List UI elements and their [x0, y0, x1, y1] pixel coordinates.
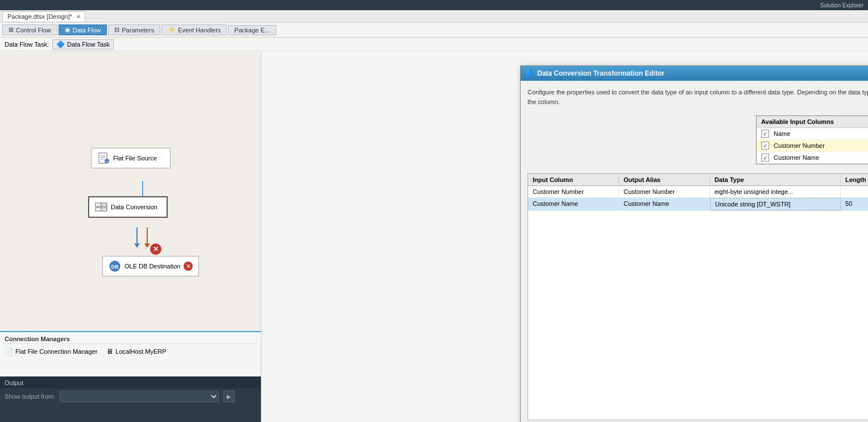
ole-db-icon: DB [109, 260, 121, 272]
column-customer-number-label: Customer Number [774, 142, 825, 149]
nav-tabs-row: ⊞ Control Flow ◉ Data Flow ⊟ Parameters … [0, 23, 868, 38]
localhost-conn-icon: 🖥 [106, 347, 113, 355]
dialog-title: Data Conversion Transformation Editor [537, 69, 665, 77]
output-title: Output [0, 377, 261, 388]
top-solution-bar: Solution Explorer [0, 0, 868, 10]
dialog-description: Configure the properties used to convert… [528, 88, 868, 106]
solution-explorer-label: Solution Explorer [820, 2, 863, 9]
name-checkbox[interactable]: ✓ [761, 130, 769, 138]
localhost-conn-label: LocalHost.MyERP [115, 348, 166, 355]
show-output-label: Show output from: [5, 393, 55, 400]
task-value: Data Flow Task [67, 41, 110, 48]
error-icon: ✕ [150, 243, 161, 255]
grid-row-customer-name[interactable]: Customer Name Customer Name Unicode stri… [528, 198, 868, 211]
customer-name-checkbox[interactable]: ✓ [761, 154, 769, 162]
tab-control-flow[interactable]: ⊞ Control Flow [2, 24, 57, 35]
left-panel: → Flat File Source a [0, 51, 261, 422]
data-conversion-node[interactable]: ab 12 Data Conversion [88, 196, 168, 218]
column-name-label: Name [774, 130, 790, 137]
arrow-line-1 [142, 181, 143, 197]
tab-event-handlers[interactable]: ⚡ Event Handlers [161, 24, 227, 35]
cell-datatype-2[interactable]: Unicode string [DT_WSTR] [710, 198, 841, 210]
dialog-title-area: 🔷 Data Conversion Transformation Editor [525, 69, 665, 77]
cell-input-1: Customer Number [528, 186, 619, 197]
tab-data-flow[interactable]: ◉ Data Flow [59, 24, 107, 35]
grid-table: Input Column Output Alias Data Type Leng… [528, 173, 868, 420]
col-header-datatype: Data Type [710, 174, 841, 185]
tab-control-flow-label: Control Flow [16, 27, 51, 34]
tab-package-explorer-label: Package E... [234, 27, 269, 34]
connection-managers-title: Connection Managers [2, 334, 259, 344]
localhost-conn-item[interactable]: 🖥 LocalHost.MyERP [106, 347, 166, 355]
main-tab-close[interactable]: × [77, 13, 80, 20]
cell-output-1[interactable]: Customer Number [619, 186, 710, 197]
flat-file-source-label: Flat File Source [113, 155, 157, 162]
flat-file-conn-item[interactable]: 📄 Flat File Connection Manager [5, 347, 97, 355]
tab-data-flow-label: Data Flow [73, 27, 101, 34]
flat-file-conn-label: Flat File Connection Manager [15, 348, 97, 355]
cell-length-1[interactable] [841, 186, 868, 197]
customer-number-checkbox[interactable]: ✓ [761, 142, 769, 150]
column-customer-name-row: ✓ Customer Name [757, 152, 868, 164]
col-header-output: Output Alias [619, 174, 710, 185]
cell-output-2[interactable]: Customer Name [619, 198, 710, 210]
dialog-icon: 🔷 [525, 69, 534, 77]
col-header-input: Input Column [528, 174, 619, 185]
output-row: Show output from: ▶ [0, 388, 261, 404]
connection-managers-panel: Connection Managers 📄 Flat File Connecti… [0, 331, 261, 377]
available-columns-box: Available Input Columns ✓ Name ✓ Custome… [756, 115, 868, 164]
double-arrows [134, 227, 150, 248]
tab-parameters[interactable]: ⊟ Parameters [108, 24, 160, 35]
tab-bar: Package.dtsx [Design]* × [0, 10, 868, 23]
ole-db-destination-node[interactable]: DB OLE DB Destination ✕ [102, 256, 199, 276]
svg-text:→: → [105, 159, 109, 164]
orange-arrow-head [144, 243, 150, 248]
flat-file-source-icon: → [97, 152, 110, 164]
cell-input-2: Customer Name [528, 198, 619, 210]
cell-length-2[interactable]: 50 [841, 198, 868, 210]
grid-header: Input Column Output Alias Data Type Leng… [528, 174, 868, 186]
available-columns-section: Available Input Columns ✓ Name ✓ Custome… [528, 115, 868, 164]
column-customer-name-label: Customer Name [774, 154, 819, 161]
ole-db-error-badge: ✕ [184, 262, 193, 271]
svg-text:ab: ab [96, 205, 101, 209]
tab-parameters-label: Parameters [122, 27, 154, 34]
blue-arrow-line [136, 227, 138, 243]
parameters-icon: ⊟ [114, 26, 119, 34]
connection-managers-list: 📄 Flat File Connection Manager 🖥 LocalHo… [2, 346, 259, 357]
column-name-row: ✓ Name [757, 128, 868, 140]
available-columns-title: Available Input Columns [757, 116, 868, 128]
svg-text:12: 12 [102, 205, 106, 209]
main-content: → Flat File Source a [0, 51, 868, 422]
task-icon: 🔷 [56, 40, 65, 48]
ole-db-destination-label: OLE DB Destination [124, 263, 180, 270]
cell-datatype-1[interactable]: eight-byte unsigned intege... [710, 186, 841, 197]
flat-file-source-node[interactable]: → Flat File Source [91, 148, 171, 168]
task-label: Data Flow Task: [5, 41, 49, 48]
tab-package-explorer[interactable]: Package E... [228, 25, 276, 35]
orange-arrow-line [147, 227, 148, 243]
output-select[interactable] [60, 391, 219, 402]
svg-text:DB: DB [111, 264, 119, 270]
data-flow-icon: ◉ [65, 26, 70, 34]
tab-event-handlers-label: Event Handlers [178, 27, 221, 34]
dialog-title-bar: 🔷 Data Conversion Transformation Editor … [521, 66, 868, 81]
blue-arrow [134, 227, 140, 248]
task-label-row: Data Flow Task: 🔷 Data Flow Task [0, 38, 868, 51]
grid-row-customer-number[interactable]: Customer Number Customer Number eight-by… [528, 186, 868, 198]
output-panel: Output Show output from: ▶ [0, 377, 261, 422]
dialog-content: Configure the properties used to convert… [521, 81, 868, 422]
blue-arrow-head [134, 243, 140, 248]
main-tab[interactable]: Package.dtsx [Design]* × [2, 11, 85, 21]
ide-container: Solution Explorer Package.dtsx [Design]*… [0, 0, 868, 422]
data-conversion-dialog: 🔷 Data Conversion Transformation Editor … [520, 65, 868, 422]
canvas-area: → Flat File Source a [0, 51, 261, 331]
column-customer-number-row: ✓ Customer Number [757, 140, 868, 152]
output-refresh-btn[interactable]: ▶ [223, 391, 235, 402]
orange-arrow [144, 227, 150, 248]
control-flow-icon: ⊞ [9, 26, 14, 34]
col-header-length: Length [841, 174, 868, 185]
main-tab-label: Package.dtsx [Design]* [7, 13, 72, 20]
data-conversion-icon: ab 12 [95, 201, 107, 213]
data-conversion-label: Data Conversion [111, 204, 157, 210]
